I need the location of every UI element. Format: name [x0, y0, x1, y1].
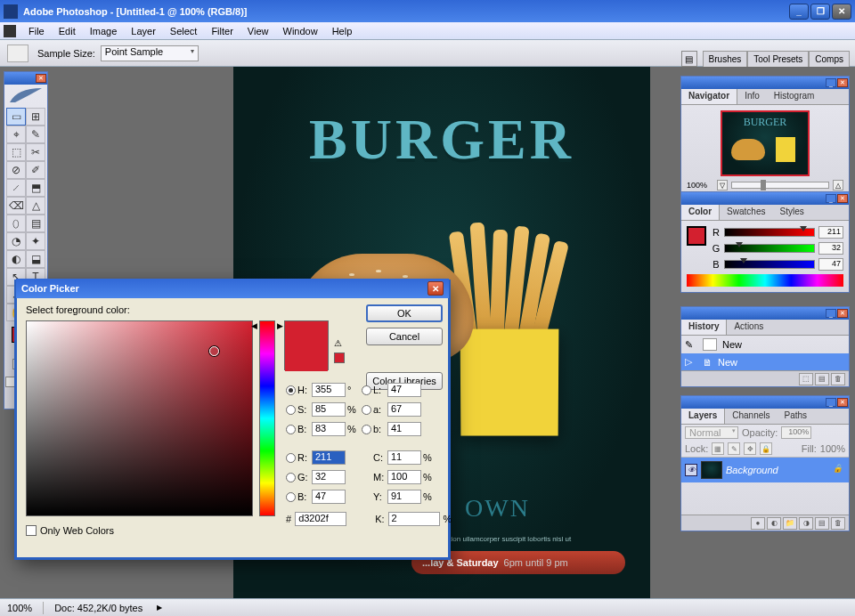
tool-16[interactable]: ◐	[6, 250, 26, 268]
palette-toolpresets[interactable]: Tool Presets	[747, 51, 809, 68]
menu-layer[interactable]: Layer	[124, 24, 163, 38]
new-state-icon[interactable]: ▤	[815, 373, 829, 385]
file-browser-icon[interactable]: ▤	[681, 51, 697, 67]
lab-b-input[interactable]: 41	[387, 422, 421, 436]
tool-9[interactable]: ⬒	[26, 179, 45, 197]
hue-slider[interactable]	[259, 320, 275, 516]
lock-transparency-icon[interactable]: ▦	[712, 442, 724, 455]
panel-minimize-icon[interactable]: _	[826, 78, 836, 87]
b-value[interactable]: 47	[818, 258, 843, 271]
document-icon[interactable]	[4, 25, 16, 37]
panel-close-icon[interactable]: ✕	[837, 309, 848, 318]
tool-13[interactable]: ▤	[26, 215, 45, 232]
tool-0[interactable]: ▭	[6, 108, 26, 126]
tool-1[interactable]: ⊞	[26, 108, 45, 126]
hex-input[interactable]: d3202f	[295, 512, 346, 526]
color-field[interactable]	[26, 320, 253, 516]
palette-brushes[interactable]: Brushes	[703, 51, 748, 68]
radio-r[interactable]	[286, 453, 296, 463]
minimize-button[interactable]: _	[789, 4, 809, 20]
close-button[interactable]: ✕	[832, 4, 851, 20]
panel-close-icon[interactable]: ✕	[837, 78, 848, 87]
tool-10[interactable]: ⌫	[6, 197, 26, 215]
tool-4[interactable]: ⬚	[6, 143, 26, 161]
new-set-icon[interactable]: 📁	[783, 517, 797, 530]
r-value[interactable]: 211	[818, 226, 843, 239]
ok-button[interactable]: OK	[366, 304, 443, 322]
zoom-value[interactable]: 100%	[687, 181, 713, 190]
visibility-icon[interactable]: 👁	[685, 464, 697, 476]
blend-mode-select[interactable]: Normal	[685, 426, 738, 439]
menu-view[interactable]: View	[240, 24, 276, 38]
layer-style-icon[interactable]: ●	[751, 517, 765, 530]
current-tool-icon[interactable]	[7, 45, 28, 62]
adjustment-layer-icon[interactable]: ◑	[799, 517, 813, 530]
zoom-out-icon[interactable]: ▽	[717, 180, 728, 190]
tool-11[interactable]: △	[26, 197, 45, 215]
menu-select[interactable]: Select	[163, 24, 205, 38]
tool-12[interactable]: ⬯	[6, 215, 26, 232]
trash-icon[interactable]: 🗑	[831, 373, 845, 385]
tab-channels[interactable]: Channels	[725, 409, 777, 424]
gamut-warning-icon[interactable]: ⚠	[334, 338, 345, 349]
tool-5[interactable]: ✂	[26, 143, 45, 161]
r-slider[interactable]	[724, 228, 815, 237]
s-input[interactable]: 85	[312, 402, 346, 417]
fill-value[interactable]: 100%	[820, 443, 845, 454]
websafe-swatch[interactable]	[334, 353, 345, 363]
tool-15[interactable]: ✦	[26, 232, 45, 250]
tab-layers[interactable]: Layers	[681, 409, 725, 424]
r-input[interactable]: 211	[312, 450, 346, 465]
new-layer-icon[interactable]: ▤	[815, 517, 829, 530]
panel-minimize-icon[interactable]: _	[826, 194, 836, 203]
bv-input[interactable]: 83	[312, 422, 346, 436]
menu-image[interactable]: Image	[83, 24, 125, 38]
tool-2[interactable]: ⌖	[6, 126, 26, 143]
sample-size-select[interactable]: Point Sample	[101, 45, 199, 61]
menu-window[interactable]: Window	[276, 24, 325, 38]
g-value[interactable]: 32	[818, 242, 843, 255]
radio-s[interactable]	[286, 405, 296, 415]
menu-help[interactable]: Help	[325, 24, 360, 38]
spectrum-ramp[interactable]	[687, 274, 843, 287]
history-step[interactable]: ▷ 🗎 New	[681, 353, 849, 370]
tab-color[interactable]: Color	[681, 205, 720, 220]
zoom-slider[interactable]	[731, 182, 829, 189]
palette-comps[interactable]: Comps	[809, 51, 850, 68]
g-input[interactable]: 32	[312, 470, 346, 484]
b-slider[interactable]	[724, 260, 815, 269]
radio-g[interactable]	[286, 473, 296, 482]
panel-close-icon[interactable]: ✕	[837, 398, 848, 407]
tab-info[interactable]: Info	[737, 89, 767, 104]
panel-minimize-icon[interactable]: _	[826, 309, 836, 318]
m-input[interactable]: 100	[387, 470, 421, 484]
panel-close-icon[interactable]: ✕	[837, 194, 848, 203]
y-input[interactable]: 91	[387, 490, 421, 504]
radio-h[interactable]	[286, 385, 296, 395]
toolbox-close-icon[interactable]: ✕	[36, 74, 46, 83]
lock-all-icon[interactable]: 🔒	[760, 442, 772, 455]
tab-actions[interactable]: Actions	[727, 320, 770, 335]
layer-mask-icon[interactable]: ◐	[767, 517, 781, 530]
web-colors-checkbox[interactable]	[26, 525, 37, 536]
color-handle-icon[interactable]	[209, 346, 219, 356]
panel-minimize-icon[interactable]: _	[826, 398, 836, 407]
radio-b[interactable]	[362, 425, 371, 434]
zoom-in-icon[interactable]: △	[833, 180, 843, 190]
dialog-close-icon[interactable]: ✕	[428, 281, 444, 296]
layer-background[interactable]: 👁 Background 🔒	[681, 458, 849, 482]
c-input[interactable]: 11	[387, 450, 421, 465]
l-input[interactable]: 47	[387, 383, 421, 397]
tool-17[interactable]: ⬓	[26, 250, 45, 268]
menu-file[interactable]: File	[21, 24, 52, 38]
radio-a[interactable]	[362, 405, 371, 415]
tab-styles[interactable]: Styles	[772, 205, 810, 220]
menu-filter[interactable]: Filter	[204, 24, 240, 38]
cancel-button[interactable]: Cancel	[366, 328, 443, 345]
opacity-value[interactable]: 100%	[781, 426, 811, 439]
tool-8[interactable]: ⟋	[6, 179, 26, 197]
tab-swatches[interactable]: Swatches	[720, 205, 772, 220]
tool-7[interactable]: ✐	[26, 161, 45, 179]
radio-bb[interactable]	[286, 492, 296, 502]
color-swatch[interactable]	[687, 226, 706, 246]
